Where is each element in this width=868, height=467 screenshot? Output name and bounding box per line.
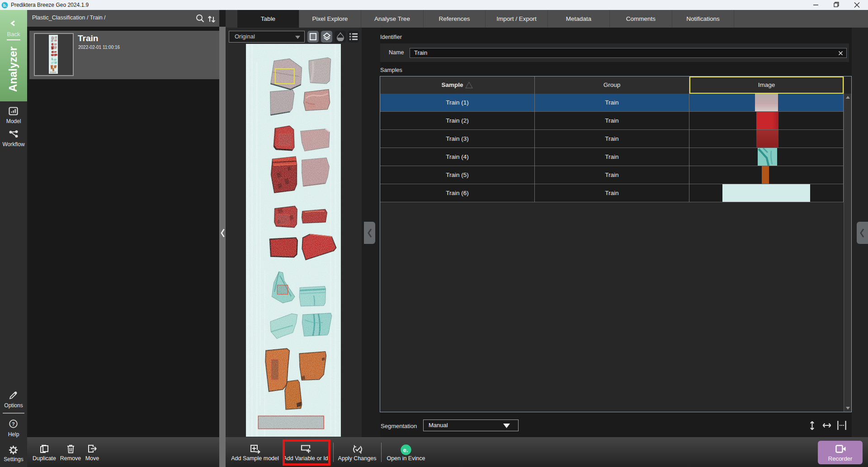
- svg-text:b.: b.: [3, 3, 7, 8]
- svg-text:e.: e.: [403, 447, 408, 453]
- svg-text:?: ?: [12, 421, 15, 427]
